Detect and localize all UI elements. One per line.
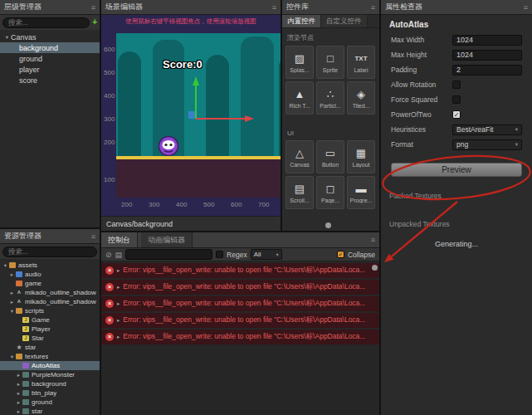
field-checkbox[interactable]: ✓	[452, 110, 461, 119]
widget-canvas[interactable]: △Canvas	[286, 140, 314, 173]
expander-icon[interactable]: ▸	[15, 399, 22, 406]
widget-tiledmap[interactable]: ◈Tiled...	[347, 81, 375, 115]
hierarchy-node-score[interactable]: score	[0, 75, 100, 85]
menu-icon[interactable]: ≡	[91, 232, 95, 241]
assets-search-input[interactable]	[2, 247, 97, 257]
hierarchy-node-player[interactable]: player	[0, 64, 100, 75]
expander-icon[interactable]: ▾	[8, 308, 16, 315]
asset-node-purplemonster[interactable]: ▸PurpleMonster	[0, 370, 100, 379]
gizmo-plane-handle[interactable]	[188, 111, 196, 119]
asset-node-ground[interactable]: ▸ground	[0, 398, 100, 407]
expander-icon[interactable]: ▸	[117, 284, 120, 290]
expander-icon[interactable]: ▸	[117, 317, 120, 324]
expander-icon[interactable]: ▸	[8, 271, 16, 278]
asset-label: assets	[18, 261, 37, 269]
asset-node-star[interactable]: ★star	[0, 343, 100, 352]
widget-progressbar[interactable]: ▬Progre...	[347, 176, 375, 209]
preview-button[interactable]: Preview	[391, 163, 522, 177]
console-search-input[interactable]	[125, 249, 212, 260]
widget-richtext[interactable]: ▲Rich T...	[286, 81, 314, 115]
scene-viewport[interactable]: 使用鼠标右键平移视图焦点，使用滚轮缩放视图 600500400300200100…	[101, 15, 281, 216]
asset-node-btn-play[interactable]: ▸btn_play	[0, 388, 100, 398]
asset-node-player[interactable]: JPlayer	[0, 325, 100, 334]
console-error-row[interactable]: ×▸Error: vips__file_open_write: unable t…	[101, 330, 379, 344]
asset-node-autoatlas[interactable]: AutoAtlas	[0, 361, 100, 370]
console-error-row[interactable]: ×▸Error: vips__file_open_write: unable t…	[101, 263, 379, 278]
hierarchy-search-input[interactable]	[2, 17, 90, 28]
asset-node-mikado-outline-shadow[interactable]: ▸Amikado_outline_shadow	[0, 288, 100, 297]
field-input[interactable]	[452, 50, 522, 61]
log-level-select[interactable]: All ▾	[251, 249, 282, 260]
console-error-row[interactable]: ×▸Error: vips__file_open_write: unable t…	[101, 296, 379, 311]
asset-node-star[interactable]: JStar	[0, 334, 100, 343]
menu-icon[interactable]: ≡	[91, 3, 95, 12]
horizontal-scrollbar-thumb[interactable]	[325, 222, 331, 228]
gizmo-y-arrowhead[interactable]	[193, 76, 199, 85]
menu-icon[interactable]: ≡	[272, 3, 276, 12]
hierarchy-node-canvas[interactable]: ▾Canvas	[0, 32, 100, 42]
menu-icon[interactable]: ≡	[524, 3, 528, 12]
asset-node-mikado-outline-shadow[interactable]: ▸Amikado_outline_shadow	[0, 297, 100, 306]
regex-checkbox[interactable]	[216, 251, 223, 258]
widget-splash[interactable]: ▨Splas...	[286, 46, 314, 79]
field-checkbox[interactable]	[452, 95, 461, 104]
widget-label: Button	[322, 162, 339, 168]
expander-icon[interactable]: ▾	[8, 354, 16, 360]
tab-自定义控件[interactable]: 自定义控件	[321, 15, 368, 27]
expander-icon[interactable]: ▾	[3, 34, 11, 41]
node-label: player	[19, 66, 40, 74]
asset-node-assets[interactable]: ▾assets	[0, 261, 100, 270]
move-gizmo[interactable]	[116, 33, 281, 156]
widget-label[interactable]: TXTLabel	[347, 46, 375, 79]
game-canvas[interactable]: Score:0	[116, 33, 281, 156]
asset-node-game[interactable]: JGame	[0, 315, 100, 325]
console-error-row[interactable]: ×▸Error: vips__file_open_write: unable t…	[101, 313, 379, 328]
expander-icon[interactable]: ▸	[8, 290, 16, 296]
expander-icon[interactable]: ▸	[8, 299, 16, 305]
clear-console-icon[interactable]: ⊘	[105, 251, 112, 259]
tab-console[interactable]: 控制台	[101, 232, 138, 247]
expander-icon[interactable]: ▸	[117, 300, 120, 307]
tab-内置控件[interactable]: 内置控件	[282, 15, 321, 27]
scene-breadcrumb: Canvas/background	[101, 216, 281, 231]
console-error-row[interactable]: ×▸Error: vips__file_open_write: unable t…	[101, 280, 379, 295]
expander-icon[interactable]: ▸	[117, 334, 120, 340]
ruler-y-value: 100	[104, 176, 115, 183]
field-input[interactable]	[452, 65, 522, 76]
asset-node-background[interactable]: ▸background	[0, 379, 100, 388]
field-input[interactable]	[452, 35, 522, 46]
expander-icon[interactable]: ▸	[15, 408, 22, 415]
create-node-icon[interactable]: +	[92, 18, 97, 27]
expander-icon[interactable]: ▸	[15, 390, 22, 397]
packed-textures-label: Packed Textures	[381, 192, 532, 200]
collapse-checkbox[interactable]: ✓	[337, 251, 344, 258]
field-select[interactable]: png▾	[452, 139, 522, 150]
widget-pageview[interactable]: ◻Page...	[316, 176, 344, 209]
vertical-scrollbar-thumb[interactable]	[372, 265, 378, 271]
asset-node-game[interactable]: game	[0, 279, 100, 288]
hierarchy-node-background[interactable]: background	[0, 42, 100, 53]
widget-button[interactable]: ▭Button	[316, 140, 344, 173]
field-select[interactable]: BestAreaFit▾	[452, 124, 522, 135]
expander-icon[interactable]: ▸	[15, 372, 22, 378]
tab-animation-editor[interactable]: 动画编辑器	[141, 232, 193, 247]
filter-icon[interactable]: ▤	[115, 251, 123, 259]
asset-node-audio[interactable]: ▸audio	[0, 270, 100, 279]
asset-node-scripts[interactable]: ▾scripts	[0, 306, 100, 315]
widget-scrollview[interactable]: ▤Scroll...	[286, 176, 314, 209]
widget-sprite[interactable]: □Sprite	[316, 46, 344, 79]
asset-node-textures[interactable]: ▾textures	[0, 352, 100, 361]
hierarchy-node-ground[interactable]: ground	[0, 53, 100, 64]
folder-icon	[16, 354, 22, 359]
purple-monster-sprite[interactable]	[158, 135, 179, 156]
expander-icon[interactable]: ▾	[2, 262, 9, 269]
expander-icon[interactable]: ▸	[15, 381, 22, 388]
gizmo-x-arrowhead[interactable]	[245, 115, 254, 122]
menu-icon[interactable]: ≡	[371, 3, 375, 12]
menu-icon[interactable]: ≡	[371, 236, 375, 244]
widget-layout[interactable]: ▦Layout	[347, 140, 375, 173]
asset-node-star[interactable]: ▸star	[0, 407, 100, 415]
expander-icon[interactable]: ▸	[117, 267, 120, 274]
widget-particle[interactable]: ∴Particl...	[316, 81, 344, 115]
field-checkbox[interactable]	[452, 81, 461, 89]
